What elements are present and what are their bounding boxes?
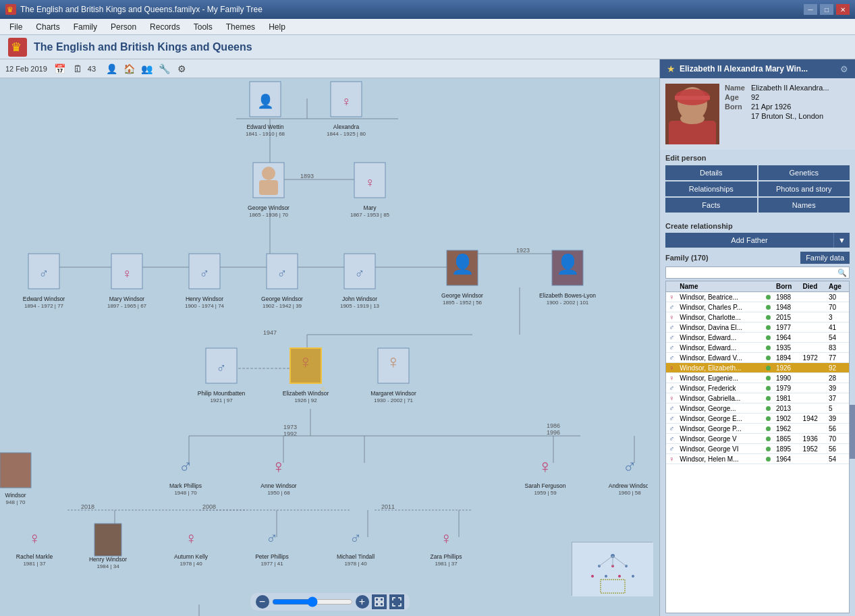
table-row[interactable]: ♀ Windsor, Elizabeth... 1926 92 bbox=[666, 363, 849, 373]
cell-name: Windsor, Helen M... bbox=[677, 454, 763, 464]
table-row[interactable]: ♀ Windsor, Gabriella... 1981 37 bbox=[666, 393, 849, 403]
svg-rect-52 bbox=[259, 180, 278, 195]
svg-text:♀: ♀ bbox=[272, 456, 286, 477]
table-row[interactable]: ♂ Windsor, George V 1865 1936 70 bbox=[666, 434, 849, 444]
table-row[interactable]: ♂ Windsor, George E... 1902 1942 39 bbox=[666, 414, 849, 424]
names-button[interactable]: Names bbox=[759, 198, 850, 213]
cell-born: 1990 bbox=[773, 373, 800, 383]
table-row[interactable]: ♀ Windsor, Eugenie... 1990 28 bbox=[666, 373, 849, 383]
cell-gender: ♂ bbox=[666, 424, 677, 434]
svg-rect-158 bbox=[675, 96, 710, 100]
svg-text:♂: ♂ bbox=[350, 529, 362, 547]
cell-age: 28 bbox=[826, 373, 849, 383]
table-row[interactable]: ♂ Windsor, George VI 1895 1952 56 bbox=[666, 444, 849, 454]
tree-canvas[interactable]: 12 Feb 2019 📅 🗓 43 👤 🏠 👥 🔧 ⚙ 1893 1923 bbox=[0, 59, 659, 616]
person-icon[interactable]: 👤 bbox=[104, 61, 119, 76]
menu-family[interactable]: Family bbox=[67, 21, 104, 33]
menu-themes[interactable]: Themes bbox=[219, 21, 262, 33]
cell-gender: ♀ bbox=[666, 292, 677, 302]
menu-tools[interactable]: Tools bbox=[187, 21, 219, 33]
table-row[interactable]: ♂ Windsor, Davina El... 1977 41 bbox=[666, 323, 849, 333]
menu-help[interactable]: Help bbox=[262, 21, 292, 33]
svg-text:1926 | 92: 1926 | 92 bbox=[294, 397, 317, 403]
table-row[interactable]: ♂ Windsor, George P... 1962 56 bbox=[666, 424, 849, 434]
zoom-in-button[interactable]: + bbox=[356, 595, 369, 609]
svg-text:George Windsor: George Windsor bbox=[248, 204, 289, 211]
svg-text:♀: ♀ bbox=[440, 529, 452, 547]
col-died[interactable]: Died bbox=[800, 281, 826, 292]
svg-text:1900 - 1974 | 74: 1900 - 1974 | 74 bbox=[185, 303, 225, 309]
facts-button[interactable]: Facts bbox=[665, 198, 757, 213]
cell-died bbox=[800, 454, 826, 464]
star-icon[interactable]: ★ bbox=[667, 63, 675, 74]
col-age[interactable]: Age bbox=[826, 281, 849, 292]
cell-born: 2015 bbox=[773, 312, 800, 323]
table-row[interactable]: ♂ Windsor, Edward... 1964 54 bbox=[666, 333, 849, 343]
scrollbar-thumb[interactable] bbox=[850, 405, 855, 459]
cell-age: 77 bbox=[826, 353, 849, 363]
svg-text:Henry Windsor: Henry Windsor bbox=[89, 556, 127, 563]
photos-story-button[interactable]: Photos and story bbox=[759, 181, 850, 196]
svg-text:☆: ☆ bbox=[320, 385, 326, 393]
cell-born: 1981 bbox=[773, 393, 800, 403]
table-row[interactable]: ♂ Windsor, Frederick 1979 39 bbox=[666, 383, 849, 393]
col-born[interactable]: Born bbox=[773, 281, 800, 292]
create-rel-title: Create relationship bbox=[665, 222, 850, 230]
family-table[interactable]: Name Born Died Age ♀ Windsor, Beatrice..… bbox=[665, 281, 850, 613]
age-value: 92 bbox=[751, 93, 759, 101]
svg-text:♂: ♂ bbox=[623, 456, 637, 477]
cell-name: Windsor, Charlotte... bbox=[677, 312, 763, 323]
tools-icon[interactable]: 🔧 bbox=[157, 61, 171, 76]
details-button[interactable]: Details bbox=[665, 165, 757, 180]
minimize-button[interactable]: ─ bbox=[804, 4, 817, 15]
close-button[interactable]: ✕ bbox=[836, 4, 850, 15]
family-search-input[interactable] bbox=[665, 267, 850, 279]
cell-born: 2013 bbox=[773, 403, 800, 414]
relationships-button[interactable]: Relationships bbox=[665, 181, 757, 196]
table-row[interactable]: ♀ Windsor, Helen M... 1964 54 bbox=[666, 454, 849, 464]
menu-records[interactable]: Records bbox=[143, 21, 187, 33]
cell-status bbox=[763, 403, 773, 414]
svg-rect-149 bbox=[375, 598, 379, 601]
menu-file[interactable]: File bbox=[3, 21, 29, 33]
right-panel: ★ Elizabeth II Alexandra Mary Win... ⚙ bbox=[659, 59, 855, 616]
mini-map[interactable] bbox=[572, 542, 653, 596]
menu-charts[interactable]: Charts bbox=[29, 21, 66, 33]
table-row[interactable]: ♂ Windsor, Charles P... 1948 70 bbox=[666, 302, 849, 312]
menu-person[interactable]: Person bbox=[104, 21, 143, 33]
settings-icon[interactable]: ⚙ bbox=[174, 61, 189, 76]
zoom-slider[interactable] bbox=[272, 596, 353, 607]
expand-icon[interactable] bbox=[372, 594, 387, 609]
cell-gender: ♂ bbox=[666, 333, 677, 343]
zoom-bar: − + bbox=[250, 593, 410, 611]
group-icon[interactable]: 👥 bbox=[139, 61, 154, 76]
home-icon[interactable]: 🏠 bbox=[121, 61, 136, 76]
add-father-row: Add Father ▼ bbox=[665, 233, 850, 248]
calendar2-icon[interactable]: 🗓 bbox=[70, 61, 85, 76]
table-row[interactable]: ♂ Windsor, Edward... 1935 83 bbox=[666, 343, 849, 353]
born-place-label bbox=[725, 112, 748, 120]
table-row[interactable]: ♂ Windsor, George... 2013 5 bbox=[666, 403, 849, 414]
svg-text:1959 | 59: 1959 | 59 bbox=[534, 490, 557, 496]
gear-icon[interactable]: ⚙ bbox=[840, 64, 848, 74]
cell-gender: ♂ bbox=[666, 343, 677, 353]
svg-text:1844 - 1925 | 80: 1844 - 1925 | 80 bbox=[327, 131, 366, 137]
maximize-button[interactable]: □ bbox=[820, 4, 833, 15]
zoom-out-button[interactable]: − bbox=[256, 595, 269, 609]
col-name[interactable]: Name bbox=[677, 281, 763, 292]
fullscreen-icon[interactable] bbox=[389, 594, 404, 609]
family-data-button[interactable]: Family data bbox=[800, 252, 850, 264]
svg-text:2018: 2018 bbox=[81, 503, 94, 510]
table-row[interactable]: ♀ Windsor, Beatrice... 1988 30 bbox=[666, 292, 849, 302]
cell-name: Windsor, Davina El... bbox=[677, 323, 763, 333]
add-father-dropdown[interactable]: ▼ bbox=[833, 233, 850, 248]
table-row[interactable]: ♂ Windsor, Edward V... 1894 1972 77 bbox=[666, 353, 849, 363]
svg-text:1867 - 1953 | 85: 1867 - 1953 | 85 bbox=[350, 212, 390, 218]
cell-status bbox=[763, 434, 773, 444]
add-father-button[interactable]: Add Father bbox=[665, 233, 833, 248]
genetics-button[interactable]: Genetics bbox=[759, 165, 850, 180]
cell-gender: ♂ bbox=[666, 353, 677, 363]
table-row[interactable]: ♀ Windsor, Charlotte... 2015 3 bbox=[666, 312, 849, 323]
calendar-icon[interactable]: 📅 bbox=[53, 61, 67, 76]
cell-gender: ♂ bbox=[666, 403, 677, 414]
